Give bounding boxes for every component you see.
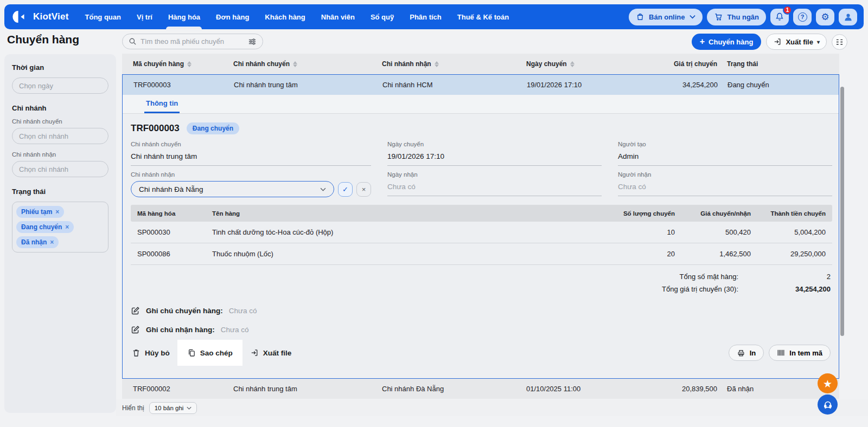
- branch-to-select[interactable]: Chi nhánh Đà Nẵng: [131, 181, 334, 197]
- product-row[interactable]: SP000086 Thuốc nhuộm (Lốc) 20 1,462,500 …: [131, 243, 832, 265]
- receiver-field-label: Người nhận: [618, 171, 832, 178]
- kiotviet-logo-icon: [12, 9, 28, 24]
- cancel-branch-button[interactable]: ×: [356, 182, 371, 197]
- help-button[interactable]: ?: [793, 9, 812, 25]
- check-icon: ✓: [342, 185, 348, 193]
- time-section-title: Thời gian: [12, 63, 108, 72]
- plus-icon: +: [700, 37, 705, 47]
- nav-item-khach-hang[interactable]: Khách hàng: [265, 4, 305, 29]
- status-tag-phieu-tam[interactable]: Phiếu tạm ×: [16, 206, 64, 218]
- trash-icon: [132, 348, 141, 357]
- nav-item-thue-ke-toan[interactable]: Thuế & Kế toán: [457, 4, 509, 29]
- transfer-note[interactable]: Ghi chú chuyển hàng: Chưa có: [131, 306, 832, 315]
- ban-online-button[interactable]: Bán online: [629, 9, 702, 25]
- remove-tag-icon[interactable]: ×: [50, 239, 54, 245]
- vertical-scrollbar[interactable]: [840, 87, 844, 336]
- status-badge: Đang chuyển: [187, 122, 239, 134]
- nav-item-vi-tri[interactable]: Vị trí: [137, 4, 152, 29]
- status-tag-dang-chuyen[interactable]: Đang chuyển ×: [16, 221, 74, 233]
- triangle-down-icon: ▾: [817, 39, 820, 45]
- table-header: Mã chuyển hàng Chi nhánh chuyển Chi nhán…: [122, 54, 839, 74]
- thu-ngan-button[interactable]: Thu ngân: [707, 9, 767, 25]
- nav-item-nhan-vien[interactable]: Nhân viên: [321, 4, 355, 29]
- remove-tag-icon[interactable]: ×: [65, 224, 69, 230]
- transfer-code: TRF000003: [131, 123, 180, 134]
- receive-note[interactable]: Ghi chú nhận hàng: Chưa có: [131, 325, 832, 334]
- branch-to-input[interactable]: [12, 161, 108, 177]
- headset-icon: [822, 399, 833, 410]
- expanded-row-container: TRF000003 Chi nhánh trung tâm Chi nhánh …: [122, 74, 839, 379]
- total-items-label: Tổng số mặt hàng:: [680, 273, 738, 281]
- detail-tabbar: Thông tin: [123, 95, 839, 114]
- top-navbar: KiotViet Tổng quan Vị trí Hàng hóa Đơn h…: [4, 4, 864, 29]
- product-table-header: Mã hàng hóa Tên hàng Số lượng chuyển Giá…: [131, 205, 832, 222]
- nav-item-don-hang[interactable]: Đơn hàng: [216, 4, 249, 29]
- transfer-table: Mã chuyển hàng Chi nhánh chuyển Chi nhán…: [122, 54, 839, 399]
- product-row[interactable]: SP000030 Tinh chất dưỡng tóc-Hoa cúc-đỏ …: [131, 222, 832, 243]
- show-label: Hiển thị: [122, 404, 144, 412]
- shopping-bag-icon: [636, 12, 644, 21]
- col-header-date[interactable]: Ngày chuyển: [526, 60, 641, 68]
- total-items-value: 2: [738, 273, 831, 281]
- notifications-button[interactable]: 1: [770, 9, 789, 25]
- nav-item-hang-hoa[interactable]: Hàng hóa: [168, 4, 200, 29]
- new-transfer-button[interactable]: + Chuyển hàng: [692, 34, 762, 50]
- sort-icon: [187, 61, 192, 67]
- filter-sidebar: Thời gian Chi nhánh Chi nhánh chuyển Chi…: [4, 54, 116, 413]
- advanced-filter-icon[interactable]: [248, 38, 257, 46]
- column-settings-button[interactable]: [832, 34, 847, 50]
- search-input[interactable]: [141, 37, 244, 46]
- col-header-branch-to[interactable]: Chi nhánh nhận: [382, 60, 526, 68]
- table-row[interactable]: TRF000003 Chi nhánh trung tâm Chi nhánh …: [123, 75, 839, 95]
- creator-field-label: Người tạo: [618, 141, 832, 147]
- bell-icon: [775, 12, 784, 22]
- transfer-date-field-value: 19/01/2026 17:10: [387, 147, 602, 166]
- status-tag-da-nhan[interactable]: Đã nhận ×: [16, 236, 59, 248]
- remove-tag-icon[interactable]: ×: [55, 209, 59, 215]
- totals-block: Tổng số mặt hàng: 2 Tổng giá trị chuyển …: [131, 273, 832, 293]
- close-icon: ×: [362, 185, 366, 193]
- status-filter-box[interactable]: Phiếu tạm × Đang chuyển × Đã nhận ×: [12, 202, 108, 253]
- receiver-field-value: Chưa có: [618, 178, 832, 196]
- detail-actionbar: Hủy bỏ Sao chép Xuất file: [131, 340, 832, 366]
- chevron-down-icon: [187, 406, 192, 410]
- detail-body: TRF000003 Đang chuyển Chi nhánh chuyển C…: [123, 114, 839, 378]
- tab-thong-tin[interactable]: Thông tin: [144, 99, 180, 113]
- confirm-branch-button[interactable]: ✓: [338, 182, 353, 197]
- export-transfer-button[interactable]: Xuất file: [242, 342, 299, 364]
- copy-transfer-button[interactable]: Sao chép: [177, 340, 242, 366]
- col-header-code[interactable]: Mã chuyển hàng: [133, 60, 233, 68]
- notes-block: Ghi chú chuyển hàng: Chưa có Ghi chú nhậ…: [131, 306, 832, 334]
- chevron-down-icon: [690, 15, 695, 19]
- search-box[interactable]: [122, 34, 263, 49]
- col-header-status[interactable]: Trạng thái: [717, 60, 839, 68]
- star-icon: ★: [823, 378, 832, 390]
- columns-icon: [835, 38, 844, 46]
- detail-fields: Chi nhánh chuyển Chi nhánh trung tâm Ngà…: [131, 141, 832, 197]
- support-floating-button[interactable]: [818, 394, 838, 415]
- table-row[interactable]: TRF000002 Chi nhánh trung tâm Chi nhánh …: [122, 379, 839, 399]
- col-header-branch-from[interactable]: Chi nhánh chuyển: [233, 60, 382, 68]
- account-button[interactable]: [839, 9, 857, 25]
- branch-from-input[interactable]: [12, 128, 108, 144]
- settings-button[interactable]: ⚙: [816, 9, 834, 25]
- kiotviet-logo[interactable]: KiotViet: [12, 9, 69, 24]
- total-value-label: Tổng giá trị chuyển (30):: [662, 285, 738, 293]
- nav-menu: Tổng quan Vị trí Hàng hóa Đơn hàng Khách…: [85, 4, 509, 29]
- print-button[interactable]: In: [729, 345, 764, 361]
- print-labels-button[interactable]: In tem mã: [769, 345, 831, 361]
- page-size-select[interactable]: 10 bản ghi: [149, 402, 197, 414]
- col-header-value[interactable]: Giá trị chuyển: [641, 60, 717, 68]
- row-code: TRF000003: [133, 81, 234, 89]
- cart-icon: [714, 12, 723, 21]
- date-filter-input[interactable]: [12, 77, 108, 94]
- rewards-floating-button[interactable]: ★: [818, 373, 838, 393]
- sort-icon: [293, 61, 297, 67]
- total-value-value: 34,254,200: [738, 285, 831, 293]
- branch-from-field-value: Chi nhánh trung tâm: [131, 147, 371, 166]
- nav-item-tong-quan[interactable]: Tổng quan: [85, 4, 121, 29]
- nav-item-so-quy[interactable]: Sổ quỹ: [371, 4, 394, 29]
- export-file-button[interactable]: Xuất file ▾: [766, 34, 827, 50]
- cancel-transfer-button[interactable]: Hủy bỏ: [131, 342, 177, 364]
- nav-item-phan-tich[interactable]: Phân tích: [410, 4, 442, 29]
